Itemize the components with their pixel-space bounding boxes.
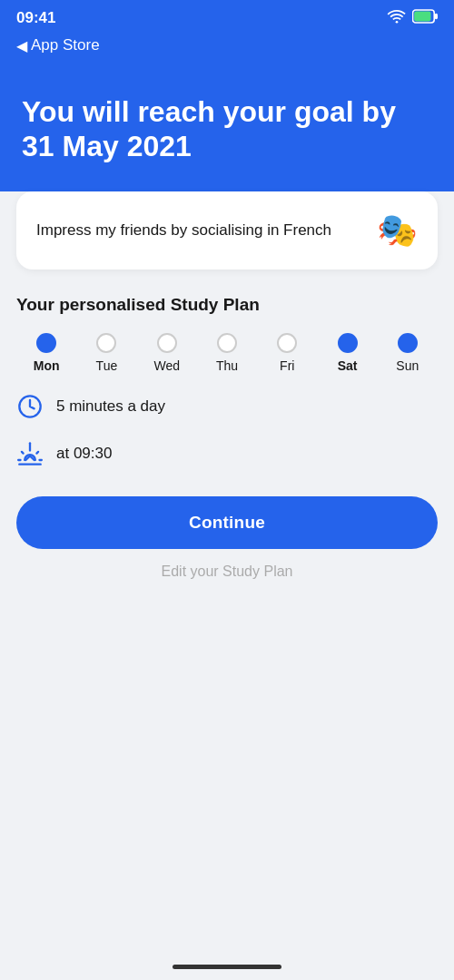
- day-fri[interactable]: Fri: [257, 333, 317, 373]
- continue-button[interactable]: Continue: [16, 496, 438, 549]
- day-dot-tue: [96, 333, 116, 353]
- day-dot-thu: [217, 333, 237, 353]
- day-sat[interactable]: Sat: [317, 333, 377, 373]
- day-label-wed: Wed: [153, 358, 180, 373]
- status-icons: [387, 9, 438, 27]
- back-label: App Store: [31, 36, 100, 54]
- hero-title: You will reach your goal by 31 May 2021: [22, 94, 432, 164]
- day-dot-wed: [157, 333, 177, 353]
- day-tue[interactable]: Tue: [76, 333, 136, 373]
- day-thu[interactable]: Thu: [197, 333, 257, 373]
- day-label-mon: Mon: [34, 358, 60, 373]
- goal-text: Impress my friends by socialising in Fre…: [36, 220, 364, 241]
- home-indicator: [173, 965, 281, 969]
- day-wed[interactable]: Wed: [137, 333, 197, 373]
- time-row: at 09:30: [16, 440, 438, 467]
- day-mon[interactable]: Mon: [16, 333, 76, 373]
- time-text: at 09:30: [56, 445, 112, 463]
- status-time: 09:41: [16, 9, 55, 27]
- day-dot-mon: [36, 333, 56, 353]
- goal-emoji: 🎭: [377, 211, 418, 250]
- back-chevron-icon: ◀: [16, 37, 27, 54]
- back-nav[interactable]: ◀ App Store: [0, 33, 454, 67]
- day-label-fri: Fri: [280, 358, 294, 373]
- day-label-sat: Sat: [338, 358, 358, 373]
- day-label-sun: Sun: [396, 358, 419, 373]
- svg-line-5: [22, 452, 24, 454]
- wifi-icon: [387, 9, 407, 27]
- goal-card: Impress my friends by socialising in Fre…: [16, 191, 438, 270]
- minutes-text: 5 minutes a day: [56, 397, 165, 416]
- svg-rect-2: [414, 12, 430, 22]
- day-dot-sun: [398, 333, 418, 353]
- status-bar: 09:41: [0, 0, 454, 33]
- day-label-thu: Thu: [216, 358, 238, 373]
- edit-plan-link[interactable]: Edit your Study Plan: [16, 564, 438, 580]
- study-plan-title: Your personalised Study Plan: [16, 295, 438, 315]
- battery-icon: [412, 9, 438, 27]
- svg-line-8: [36, 452, 38, 454]
- svg-rect-1: [435, 14, 438, 19]
- day-dot-fri: [277, 333, 297, 353]
- minutes-row: 5 minutes a day: [16, 393, 438, 420]
- days-row: Mon Tue Wed Thu Fri Sat Sun: [16, 333, 438, 373]
- day-sun[interactable]: Sun: [378, 333, 438, 373]
- content-section: Impress my friends by socialising in Fre…: [0, 191, 454, 607]
- clock-icon: [16, 393, 44, 420]
- day-label-tue: Tue: [96, 358, 118, 373]
- day-dot-sat: [338, 333, 358, 353]
- hero-section: You will reach your goal by 31 May 2021: [0, 67, 454, 201]
- sunrise-icon: [16, 440, 44, 467]
